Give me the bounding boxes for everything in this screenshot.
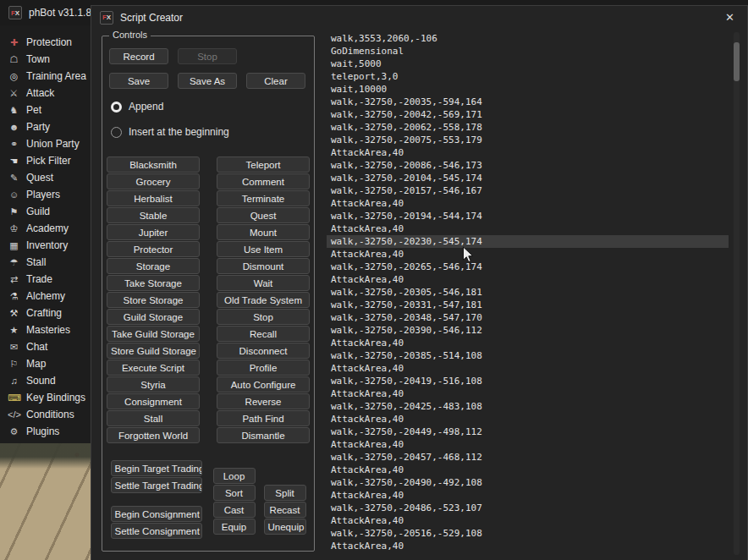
sidebar-item-plugins[interactable]: ⚙Plugins <box>0 423 91 440</box>
wait-button[interactable]: Wait <box>217 275 310 291</box>
script-line[interactable]: AttackArea,40 <box>327 464 729 476</box>
script-line[interactable]: walk,-32750,-20457,-468,112 <box>327 451 729 464</box>
script-line[interactable]: walk,-32750,-20086,-546,173 <box>327 159 729 172</box>
script-line[interactable]: walk,-32750,-20516,-529,108 <box>327 527 729 540</box>
settle-target-trading-button[interactable]: Settle Target Trading <box>111 477 202 493</box>
script-line[interactable]: walk,-32750,-20449,-498,112 <box>327 425 729 438</box>
take-guild-storage-button[interactable]: Take Guild Storage <box>107 326 200 342</box>
script-line[interactable]: walk,-32750,-20305,-546,181 <box>327 286 729 299</box>
storage-button[interactable]: Storage <box>107 258 200 274</box>
script-line[interactable]: AttackArea,40 <box>327 197 729 210</box>
guild-storage-button[interactable]: Guild Storage <box>107 309 200 325</box>
script-line[interactable]: AttackArea,40 <box>327 337 729 349</box>
sidebar-item-academy[interactable]: ♔Academy <box>0 220 91 237</box>
split-button[interactable]: Split <box>264 485 306 501</box>
script-line[interactable]: walk,-32750,-20419,-516,108 <box>327 375 729 387</box>
script-line[interactable]: walk,-32750,-20331,-547,181 <box>327 299 729 311</box>
loop-button[interactable]: Loop <box>213 468 256 484</box>
comment-button[interactable]: Comment <box>217 173 310 189</box>
stop-recording-button[interactable]: Stop <box>178 48 237 64</box>
script-line[interactable]: walk,-32750,-20035,-594,164 <box>327 96 729 108</box>
script-line[interactable]: AttackArea,40 <box>327 362 729 375</box>
sidebar-item-key-bindings[interactable]: ⌨Key Bindings <box>0 389 91 406</box>
stable-button[interactable]: Stable <box>107 207 200 223</box>
script-line[interactable]: walk,-32750,-20390,-546,112 <box>327 324 729 337</box>
quest-button[interactable]: Quest <box>217 207 310 223</box>
insert-at-beginning-radio[interactable]: Insert at the beginning <box>111 126 310 138</box>
script-line[interactable]: walk,-32750,-20348,-547,170 <box>327 311 729 324</box>
save-as-button[interactable]: Save As <box>178 73 237 89</box>
sidebar-item-map[interactable]: ⚐Map <box>0 355 91 372</box>
stop-button[interactable]: Stop <box>217 309 310 325</box>
sidebar-item-protection[interactable]: ✚Protection <box>0 34 91 51</box>
reverse-button[interactable]: Reverse <box>217 393 310 409</box>
script-line[interactable]: AttackArea,40 <box>327 222 729 235</box>
sidebar-item-chat[interactable]: ✉Chat <box>0 338 91 355</box>
script-line[interactable]: teleport,3,0 <box>327 70 729 83</box>
sidebar-item-sound[interactable]: ♫Sound <box>0 372 91 389</box>
sidebar-item-attack[interactable]: ⚔Attack <box>0 85 91 102</box>
script-line[interactable]: walk,-32750,-20157,-546,167 <box>327 184 729 197</box>
sidebar-item-quest[interactable]: ✎Quest <box>0 169 91 186</box>
dismantle-button[interactable]: Dismantle <box>217 427 310 443</box>
begin-target-trading-button[interactable]: Begin Target Trading <box>111 460 202 476</box>
script-line[interactable]: walk,-32750,-20385,-514,108 <box>327 349 729 362</box>
script-line[interactable]: AttackArea,40 <box>327 146 729 159</box>
styria-button[interactable]: Styria <box>107 376 200 393</box>
scrollbar-thumb[interactable] <box>734 42 740 81</box>
script-line[interactable]: walk,-32750,-20425,-483,108 <box>327 400 729 413</box>
clear-button[interactable]: Clear <box>246 73 305 89</box>
protector-button[interactable]: Protector <box>107 241 200 257</box>
store-guild-storage-button[interactable]: Store Guild Storage <box>107 343 200 359</box>
sidebar-item-union-party[interactable]: ⚭Union Party <box>0 135 91 152</box>
blacksmith-button[interactable]: Blacksmith <box>107 156 200 173</box>
unequip-button[interactable]: Unequip <box>264 519 306 535</box>
sidebar-item-trade[interactable]: ⇄Trade <box>0 271 91 288</box>
script-line[interactable]: GoDimensional <box>327 45 729 58</box>
sidebar-item-crafting[interactable]: ⚒Crafting <box>0 305 91 321</box>
execute-script-button[interactable]: Execute Script <box>107 360 200 376</box>
path-find-button[interactable]: Path Find <box>217 410 310 426</box>
sidebar-item-alchemy[interactable]: ⚗Alchemy <box>0 288 91 305</box>
script-line[interactable]: AttackArea,40 <box>327 273 729 286</box>
sidebar-item-pick-filter[interactable]: ☚Pick Filter <box>0 152 91 169</box>
script-line[interactable]: AttackArea,40 <box>327 248 729 261</box>
script-line[interactable]: walk,-32750,-20490,-492,108 <box>327 476 729 489</box>
settle-consignment-button[interactable]: Settle Consignment <box>111 523 202 539</box>
old-trade-system-button[interactable]: Old Trade System <box>217 292 310 308</box>
sidebar-item-conditions[interactable]: </>Conditions <box>0 406 91 423</box>
script-line[interactable]: walk,3553,2060,-106 <box>327 32 729 45</box>
recall-button[interactable]: Recall <box>217 326 310 342</box>
auto-configure-button[interactable]: Auto Configure <box>217 376 310 393</box>
append-radio[interactable]: Append <box>111 101 310 113</box>
profile-button[interactable]: Profile <box>217 360 310 376</box>
record-button[interactable]: Record <box>109 48 168 64</box>
sidebar-item-party[interactable]: ☻Party <box>0 118 91 135</box>
dialog-titlebar[interactable]: FX Script Creator ✕ <box>91 6 747 29</box>
script-line[interactable]: AttackArea,40 <box>327 540 729 552</box>
script-line[interactable]: wait,10000 <box>327 83 729 96</box>
terminate-button[interactable]: Terminate <box>217 190 310 206</box>
sidebar-item-town[interactable]: ☖Town <box>0 51 91 68</box>
script-line[interactable]: walk,-32750,-20486,-523,107 <box>327 502 729 514</box>
script-line[interactable]: walk,-32750,-20062,-558,178 <box>327 121 729 134</box>
sidebar-item-stall[interactable]: ☂Stall <box>0 254 91 271</box>
herbalist-button[interactable]: Herbalist <box>107 190 200 206</box>
script-line[interactable]: walk,-32750,-20075,-553,179 <box>327 134 729 146</box>
sidebar-item-guild[interactable]: ⚑Guild <box>0 203 91 220</box>
sidebar-item-training-area[interactable]: ◎Training Area <box>0 68 91 85</box>
store-storage-button[interactable]: Store Storage <box>107 292 200 308</box>
use-item-button[interactable]: Use Item <box>217 241 310 257</box>
jupiter-button[interactable]: Jupiter <box>107 224 200 240</box>
disconnect-button[interactable]: Disconnect <box>217 343 310 359</box>
script-line[interactable]: AttackArea,40 <box>327 438 729 451</box>
recast-button[interactable]: Recast <box>264 502 306 518</box>
stall-button[interactable]: Stall <box>107 410 200 426</box>
forgotten-world-button[interactable]: Forgotten World <box>107 427 200 443</box>
cast-button[interactable]: Cast <box>213 502 256 518</box>
sidebar-item-pet[interactable]: ♞Pet <box>0 102 91 118</box>
begin-consignment-button[interactable]: Begin Consignment <box>111 506 202 522</box>
close-icon[interactable]: ✕ <box>719 10 740 25</box>
mount-button[interactable]: Mount <box>217 224 310 240</box>
sidebar-item-masteries[interactable]: ★Masteries <box>0 321 91 338</box>
